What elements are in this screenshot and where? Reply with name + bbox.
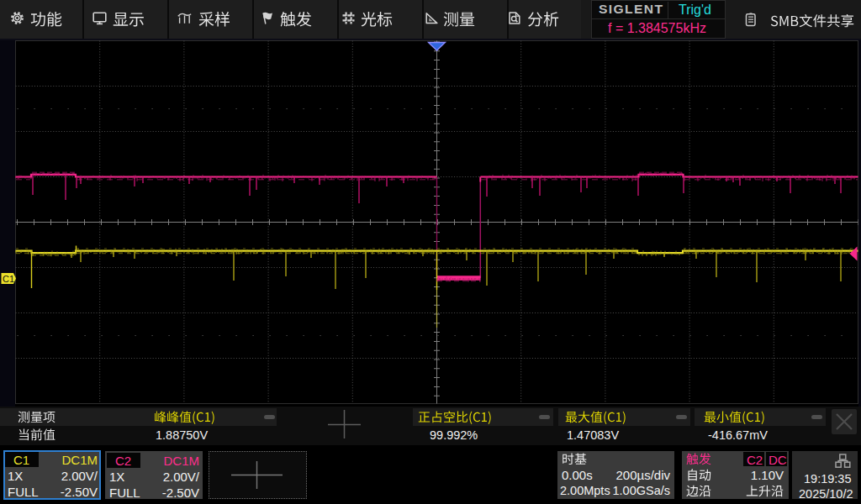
svg-text:C1: C1	[3, 274, 14, 284]
